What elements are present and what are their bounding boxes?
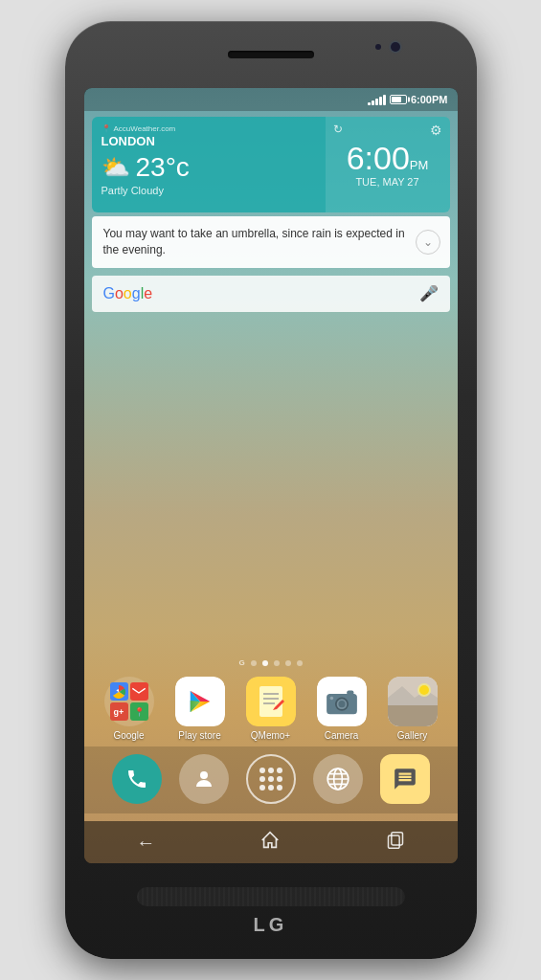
- drawer-dot: [268, 776, 274, 782]
- dock-messages[interactable]: [380, 754, 430, 804]
- page-dot-g: G: [238, 658, 244, 667]
- expand-chevron[interactable]: ⌄: [416, 230, 440, 255]
- weather-temperature: 23°c: [136, 152, 190, 183]
- dock-app-drawer[interactable]: [246, 754, 296, 804]
- qmemo-bg: [246, 677, 296, 726]
- bottom-grille: [137, 887, 405, 906]
- signal-bar-1: [368, 102, 371, 105]
- status-time: 6:00PM: [411, 94, 448, 105]
- weather-top: 📍 AccuWeather.com LONDON ⛅ 23°c Partly C…: [92, 117, 450, 212]
- weather-condition-icon: ⛅: [101, 154, 130, 181]
- phone-body: 6:00PM 📍 AccuWeather.com LONDON ⛅ 23°c: [65, 21, 477, 959]
- weather-location: LONDON: [101, 134, 316, 148]
- signal-bar-5: [383, 95, 386, 105]
- weather-right: ↻ ⚙ 6:00 PM TUE, MAY 27: [326, 117, 450, 212]
- chrome-icon: [110, 682, 128, 701]
- google-folder-icon: g+ 📍: [104, 677, 154, 726]
- signal-bars: [368, 94, 386, 105]
- weather-left: 📍 AccuWeather.com LONDON ⛅ 23°c Partly C…: [92, 117, 326, 212]
- svg-rect-29: [392, 832, 403, 844]
- play-store-label: Play store: [178, 730, 220, 741]
- google-logo: Google: [103, 285, 153, 302]
- settings-icon[interactable]: ⚙: [430, 122, 442, 138]
- dock-phone[interactable]: [112, 754, 162, 804]
- notification-card[interactable]: You may want to take an umbrella, since …: [92, 216, 450, 268]
- drawer-dot: [259, 776, 265, 782]
- svg-point-14: [338, 701, 345, 707]
- app-item-qmemo[interactable]: QMemo+: [240, 677, 302, 741]
- google-folder: g+ 📍: [104, 677, 154, 726]
- weather-source: 📍 AccuWeather.com: [101, 124, 316, 133]
- gallery-label: Gallery: [397, 730, 428, 741]
- camera-icon: [317, 677, 367, 726]
- signal-bar-2: [372, 100, 374, 105]
- drawer-dot: [277, 785, 282, 791]
- status-bar: 6:00PM: [84, 88, 458, 111]
- drawer-dot: [259, 785, 265, 791]
- qmemo-label: QMemo+: [251, 730, 290, 741]
- weather-description: Partly Cloudy: [101, 185, 316, 196]
- screen-bezel: 6:00PM 📍 AccuWeather.com LONDON ⛅ 23°c: [84, 88, 458, 863]
- app-item-gallery[interactable]: Gallery: [382, 677, 443, 741]
- weather-temp-row: ⛅ 23°c: [101, 152, 316, 183]
- app-item-play-store[interactable]: Play store: [169, 677, 231, 741]
- nav-bar: ←: [84, 821, 458, 863]
- gallery-bg: [388, 677, 438, 726]
- page-dot-5: [297, 660, 303, 666]
- drawer-dot: [268, 785, 274, 791]
- search-bar[interactable]: Google 🎤: [92, 276, 450, 312]
- app-drawer-button[interactable]: [246, 754, 296, 804]
- speaker-grille: [228, 51, 314, 58]
- screen: 6:00PM 📍 AccuWeather.com LONDON ⛅ 23°c: [84, 88, 458, 863]
- mic-icon[interactable]: 🎤: [419, 284, 439, 302]
- svg-rect-18: [388, 705, 438, 726]
- back-button[interactable]: ←: [136, 832, 155, 854]
- camera-bg: [317, 677, 367, 726]
- clock-ampm: PM: [410, 158, 429, 172]
- page-dot-2: [262, 660, 268, 666]
- page-dot-3: [274, 660, 280, 666]
- top-bezel: [65, 21, 477, 88]
- svg-point-21: [419, 685, 429, 695]
- weather-widget: 📍 AccuWeather.com LONDON ⛅ 23°c Partly C…: [92, 117, 450, 212]
- drawer-dot: [259, 768, 265, 773]
- maps-icon: 📍: [130, 702, 148, 721]
- drawer-grid: [259, 768, 282, 791]
- svg-rect-15: [347, 691, 353, 696]
- recent-button[interactable]: [386, 831, 405, 855]
- signal-bar-4: [379, 97, 382, 105]
- lg-logo: LG: [254, 914, 288, 936]
- apps-row: g+ 📍 Google: [84, 671, 458, 746]
- drawer-dot: [268, 768, 274, 773]
- dock: [84, 746, 458, 813]
- svg-rect-7: [259, 686, 282, 717]
- dock-browser[interactable]: [313, 754, 363, 804]
- dock-contacts[interactable]: [179, 754, 229, 804]
- bottom-bezel: LG: [65, 863, 477, 959]
- sensor: [375, 44, 381, 50]
- drawer-dot: [277, 768, 282, 773]
- page-dot-1: [251, 660, 257, 666]
- svg-point-16: [329, 697, 333, 701]
- camera-label: Camera: [325, 730, 359, 741]
- battery-fill: [392, 97, 402, 102]
- svg-rect-28: [388, 835, 399, 848]
- page-indicators: G: [84, 651, 458, 671]
- front-camera: [391, 42, 400, 52]
- app-item-google[interactable]: g+ 📍 Google: [99, 677, 160, 741]
- clock-date: TUE, MAY 27: [355, 176, 418, 188]
- page-dot-4: [285, 660, 291, 666]
- apps-grid: G: [84, 312, 458, 821]
- app-item-camera[interactable]: Camera: [311, 677, 372, 741]
- notification-text: You may want to take an umbrella, since …: [103, 226, 412, 258]
- gmail-icon: [130, 682, 148, 701]
- google-label: Google: [113, 730, 144, 741]
- home-button[interactable]: [259, 830, 281, 856]
- signal-bar-3: [375, 99, 378, 105]
- qmemo-icon: [246, 677, 296, 726]
- clock-display: 6:00 PM: [347, 142, 429, 174]
- clock-time: 6:00: [347, 142, 410, 174]
- svg-point-22: [200, 771, 208, 779]
- drawer-dot: [277, 776, 282, 782]
- refresh-icon[interactable]: ↻: [333, 122, 343, 136]
